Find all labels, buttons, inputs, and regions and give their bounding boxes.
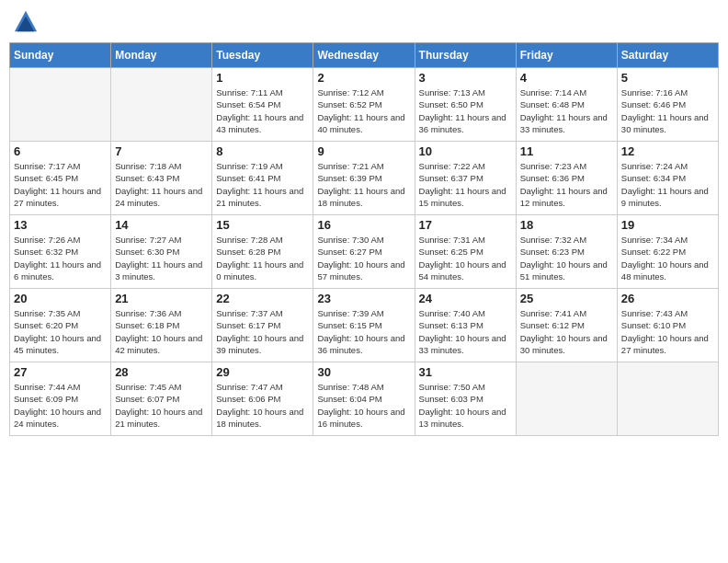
day-info: Sunrise: 7:18 AMSunset: 6:43 PMDaylight:… [115,160,208,209]
calendar-cell [617,362,718,436]
day-number: 7 [115,144,208,158]
day-number: 22 [216,292,309,305]
calendar-cell: 8Sunrise: 7:19 AMSunset: 6:41 PMDaylight… [212,142,313,215]
calendar-cell: 11Sunrise: 7:23 AMSunset: 6:36 PMDayligh… [516,142,617,215]
calendar-cell: 25Sunrise: 7:41 AMSunset: 6:12 PMDayligh… [516,289,617,362]
day-info: Sunrise: 7:35 AMSunset: 6:20 PMDaylight:… [14,307,107,356]
calendar-week-row: 1Sunrise: 7:11 AMSunset: 6:54 PMDaylight… [10,68,719,142]
calendar-cell: 22Sunrise: 7:37 AMSunset: 6:17 PMDayligh… [212,289,313,362]
day-number: 8 [216,144,309,158]
day-info: Sunrise: 7:28 AMSunset: 6:28 PMDaylight:… [216,234,309,282]
day-number: 15 [216,218,309,232]
day-number: 24 [419,292,512,305]
calendar-cell: 29Sunrise: 7:47 AMSunset: 6:06 PMDayligh… [212,362,313,436]
day-number: 6 [14,144,107,158]
day-number: 20 [14,292,107,305]
day-info: Sunrise: 7:19 AMSunset: 6:41 PMDaylight:… [216,160,309,209]
calendar-cell: 26Sunrise: 7:43 AMSunset: 6:10 PMDayligh… [617,289,718,362]
calendar-cell: 13Sunrise: 7:26 AMSunset: 6:32 PMDayligh… [10,215,111,289]
day-info: Sunrise: 7:26 AMSunset: 6:32 PMDaylight:… [14,234,107,282]
col-header-friday: Friday [516,43,617,68]
day-number: 29 [216,365,309,379]
calendar-cell: 27Sunrise: 7:44 AMSunset: 6:09 PMDayligh… [10,362,111,436]
day-info: Sunrise: 7:31 AMSunset: 6:25 PMDaylight:… [419,234,512,282]
col-header-thursday: Thursday [415,43,516,68]
calendar-cell [10,68,111,142]
calendar-cell: 10Sunrise: 7:22 AMSunset: 6:37 PMDayligh… [415,142,516,215]
day-number: 3 [419,71,512,85]
day-number: 14 [115,218,208,232]
day-info: Sunrise: 7:22 AMSunset: 6:37 PMDaylight:… [419,160,512,209]
calendar-cell: 28Sunrise: 7:45 AMSunset: 6:07 PMDayligh… [111,362,212,436]
calendar-week-row: 27Sunrise: 7:44 AMSunset: 6:09 PMDayligh… [10,362,719,436]
day-number: 13 [14,218,107,232]
day-info: Sunrise: 7:13 AMSunset: 6:50 PMDaylight:… [419,86,512,135]
calendar-cell: 14Sunrise: 7:27 AMSunset: 6:30 PMDayligh… [111,215,212,289]
day-number: 23 [317,292,410,305]
day-number: 27 [14,365,107,379]
calendar-cell: 16Sunrise: 7:30 AMSunset: 6:27 PMDayligh… [313,215,415,289]
col-header-saturday: Saturday [617,43,718,68]
day-info: Sunrise: 7:24 AMSunset: 6:34 PMDaylight:… [621,160,714,209]
day-number: 25 [520,292,613,305]
day-number: 30 [317,365,410,379]
day-info: Sunrise: 7:32 AMSunset: 6:23 PMDaylight:… [520,234,613,282]
day-number: 1 [216,71,309,85]
calendar-cell [111,68,212,142]
calendar-week-row: 6Sunrise: 7:17 AMSunset: 6:45 PMDaylight… [10,142,719,215]
day-info: Sunrise: 7:34 AMSunset: 6:22 PMDaylight:… [621,234,714,282]
logo-icon [13,9,39,35]
calendar-week-row: 13Sunrise: 7:26 AMSunset: 6:32 PMDayligh… [10,215,719,289]
day-info: Sunrise: 7:30 AMSunset: 6:27 PMDaylight:… [317,234,410,282]
day-info: Sunrise: 7:40 AMSunset: 6:13 PMDaylight:… [419,307,512,356]
day-info: Sunrise: 7:21 AMSunset: 6:39 PMDaylight:… [317,160,410,209]
day-number: 21 [115,292,208,305]
calendar-cell: 5Sunrise: 7:16 AMSunset: 6:46 PMDaylight… [617,68,718,142]
day-number: 18 [520,218,613,232]
day-info: Sunrise: 7:23 AMSunset: 6:36 PMDaylight:… [520,160,613,209]
col-header-sunday: Sunday [10,43,111,68]
day-number: 26 [621,292,714,305]
calendar-cell: 19Sunrise: 7:34 AMSunset: 6:22 PMDayligh… [617,215,718,289]
day-info: Sunrise: 7:45 AMSunset: 6:07 PMDaylight:… [115,381,208,430]
calendar-cell [516,362,617,436]
day-info: Sunrise: 7:50 AMSunset: 6:03 PMDaylight:… [419,381,512,430]
day-number: 9 [317,144,410,158]
calendar-cell: 1Sunrise: 7:11 AMSunset: 6:54 PMDaylight… [212,68,313,142]
col-header-wednesday: Wednesday [313,43,415,68]
calendar-cell: 12Sunrise: 7:24 AMSunset: 6:34 PMDayligh… [617,142,718,215]
calendar-cell: 21Sunrise: 7:36 AMSunset: 6:18 PMDayligh… [111,289,212,362]
day-number: 2 [317,71,410,85]
col-header-tuesday: Tuesday [212,43,313,68]
calendar-header-row: SundayMondayTuesdayWednesdayThursdayFrid… [10,43,719,68]
calendar-cell: 31Sunrise: 7:50 AMSunset: 6:03 PMDayligh… [415,362,516,436]
day-info: Sunrise: 7:48 AMSunset: 6:04 PMDaylight:… [317,381,410,430]
day-number: 10 [419,144,512,158]
day-info: Sunrise: 7:37 AMSunset: 6:17 PMDaylight:… [216,307,309,356]
calendar-cell: 18Sunrise: 7:32 AMSunset: 6:23 PMDayligh… [516,215,617,289]
day-info: Sunrise: 7:43 AMSunset: 6:10 PMDaylight:… [621,307,714,356]
logo [13,9,42,35]
day-info: Sunrise: 7:27 AMSunset: 6:30 PMDaylight:… [115,234,208,282]
day-number: 16 [317,218,410,232]
day-number: 5 [621,71,714,85]
calendar-cell: 4Sunrise: 7:14 AMSunset: 6:48 PMDaylight… [516,68,617,142]
day-info: Sunrise: 7:39 AMSunset: 6:15 PMDaylight:… [317,307,410,356]
calendar-cell: 24Sunrise: 7:40 AMSunset: 6:13 PMDayligh… [415,289,516,362]
day-number: 4 [520,71,613,85]
calendar-cell: 15Sunrise: 7:28 AMSunset: 6:28 PMDayligh… [212,215,313,289]
page-header [9,9,719,35]
day-info: Sunrise: 7:41 AMSunset: 6:12 PMDaylight:… [520,307,613,356]
day-info: Sunrise: 7:17 AMSunset: 6:45 PMDaylight:… [14,160,107,209]
calendar-cell: 30Sunrise: 7:48 AMSunset: 6:04 PMDayligh… [313,362,415,436]
calendar-table: SundayMondayTuesdayWednesdayThursdayFrid… [9,42,719,436]
calendar-week-row: 20Sunrise: 7:35 AMSunset: 6:20 PMDayligh… [10,289,719,362]
day-info: Sunrise: 7:12 AMSunset: 6:52 PMDaylight:… [317,86,410,135]
day-info: Sunrise: 7:14 AMSunset: 6:48 PMDaylight:… [520,86,613,135]
calendar-cell: 7Sunrise: 7:18 AMSunset: 6:43 PMDaylight… [111,142,212,215]
calendar-cell: 2Sunrise: 7:12 AMSunset: 6:52 PMDaylight… [313,68,415,142]
day-number: 17 [419,218,512,232]
calendar-cell: 9Sunrise: 7:21 AMSunset: 6:39 PMDaylight… [313,142,415,215]
day-number: 31 [419,365,512,379]
calendar-cell: 3Sunrise: 7:13 AMSunset: 6:50 PMDaylight… [415,68,516,142]
